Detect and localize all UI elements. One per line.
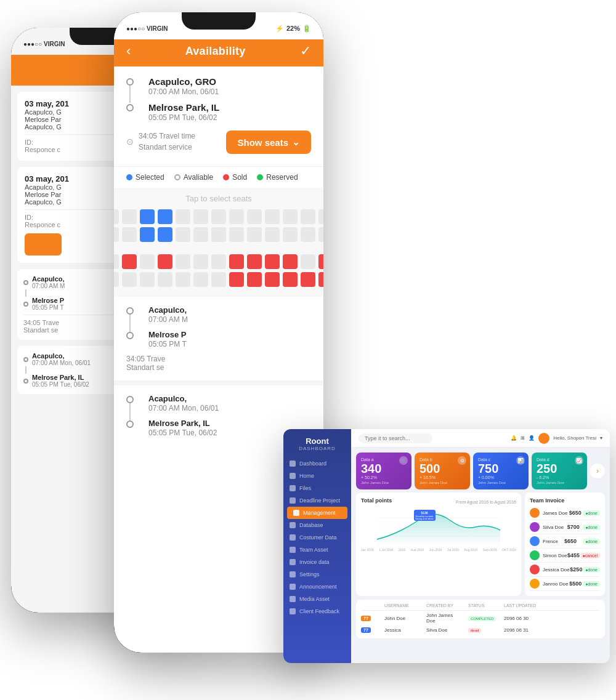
row1-status: dead — [468, 627, 499, 633]
customer-icon — [290, 534, 296, 541]
seat[interactable] — [176, 209, 190, 224]
seat[interactable] — [318, 209, 323, 224]
nav-files[interactable]: Files — [283, 482, 351, 494]
seat[interactable] — [114, 209, 119, 224]
seat[interactable] — [265, 227, 280, 242]
seat[interactable] — [283, 227, 298, 242]
seat[interactable] — [122, 227, 137, 242]
seat[interactable] — [283, 209, 298, 224]
nav-label-10: Announcement — [299, 584, 337, 590]
seat[interactable] — [140, 254, 155, 269]
nav-label-7: Team Asset — [299, 547, 328, 553]
seat[interactable] — [193, 254, 208, 269]
seat[interactable] — [176, 254, 190, 269]
seat[interactable] — [211, 272, 226, 287]
deadline-icon — [290, 497, 296, 504]
inv-amount-1: $700 — [567, 524, 580, 530]
nav-announcement[interactable]: Announcement — [283, 581, 351, 593]
row1-badge: 77 — [361, 627, 379, 633]
stat-change-1: + 16.5% — [419, 475, 465, 480]
seat[interactable] — [283, 254, 298, 269]
check-button[interactable]: ✓ — [300, 44, 311, 58]
seat[interactable] — [122, 209, 137, 224]
seat[interactable] — [158, 254, 172, 269]
back-from-dot-2 — [23, 357, 28, 362]
nav-label-1: Home — [299, 473, 314, 479]
seat[interactable] — [247, 209, 262, 224]
seat[interactable] — [158, 209, 172, 224]
search-input[interactable] — [359, 433, 432, 443]
seat[interactable] — [176, 272, 190, 287]
seat[interactable] — [114, 227, 119, 242]
seat[interactable] — [247, 254, 262, 269]
seat[interactable] — [211, 254, 226, 269]
seat[interactable] — [114, 254, 119, 269]
seat[interactable] — [247, 227, 262, 242]
chevron-down-icon[interactable]: ▾ — [600, 435, 602, 441]
seat[interactable] — [229, 254, 244, 269]
seat[interactable] — [211, 227, 226, 242]
seat[interactable] — [318, 227, 323, 242]
bottom-from-time: 07:00 AM M — [148, 315, 188, 324]
next-stats-button[interactable]: › — [590, 464, 605, 478]
seat[interactable] — [247, 272, 262, 287]
nav-dashboard[interactable]: Dashboard — [283, 457, 351, 470]
grid-icon[interactable]: ⊞ — [521, 435, 525, 441]
seat[interactable] — [301, 254, 315, 269]
legend-sold: Sold — [223, 173, 247, 182]
seat[interactable] — [122, 272, 137, 287]
seat[interactable] — [193, 272, 208, 287]
seat[interactable] — [318, 254, 323, 269]
seat[interactable] — [283, 272, 298, 287]
seat[interactable] — [265, 209, 280, 224]
seat[interactable] — [211, 209, 226, 224]
back-button[interactable]: ‹ — [126, 44, 131, 58]
seat[interactable] — [229, 272, 244, 287]
stats-row: Data a 340 + 50.2% John James Doe 🛒 Data… — [351, 448, 610, 493]
legend-reserved-label: Reserved — [266, 173, 298, 182]
seat[interactable] — [140, 209, 155, 224]
files-icon — [290, 485, 296, 491]
seat[interactable] — [301, 209, 315, 224]
back-connector-2 — [25, 366, 26, 374]
nav-client[interactable]: Client Feedback — [283, 605, 351, 618]
inv-name-5: Janroo Doe — [543, 581, 568, 587]
bottom-connector — [129, 315, 131, 332]
back-to-time-2: 05:05 PM Tue, 06/02 — [32, 381, 89, 388]
final-connector — [129, 403, 131, 420]
seat[interactable] — [301, 272, 315, 287]
inv-amount-3: $455 — [567, 552, 580, 558]
seat[interactable] — [193, 227, 208, 242]
seat[interactable] — [229, 227, 244, 242]
seat[interactable] — [265, 272, 280, 287]
seat[interactable] — [229, 209, 244, 224]
nav-management[interactable]: Management — [287, 507, 347, 519]
nav-media[interactable]: Media Asset — [283, 593, 351, 605]
seat[interactable] — [114, 272, 119, 287]
seat[interactable] — [140, 272, 155, 287]
seat[interactable] — [122, 254, 137, 269]
show-seats-button[interactable]: Show seats ⌄ — [226, 131, 311, 154]
seat[interactable] — [193, 209, 208, 224]
seat[interactable] — [301, 227, 315, 242]
nav-team[interactable]: Team Asset — [283, 544, 351, 556]
nav-database[interactable]: Database — [283, 519, 351, 531]
seat[interactable] — [158, 227, 172, 242]
bell-icon[interactable]: 🔔 — [511, 435, 517, 441]
seat-grid[interactable] — [124, 209, 314, 287]
user-icon[interactable]: 👤 — [529, 435, 535, 441]
seat[interactable] — [158, 272, 172, 287]
legend-sold-label: Sold — [232, 173, 247, 182]
back-orange-btn[interactable] — [25, 233, 62, 255]
seat[interactable] — [176, 227, 190, 242]
seat[interactable] — [318, 272, 323, 287]
nav-home[interactable]: Home — [283, 470, 351, 482]
nav-customer[interactable]: Costumer Data — [283, 531, 351, 544]
nav-settings[interactable]: Settings — [283, 568, 351, 581]
seat[interactable] — [140, 227, 155, 242]
seat[interactable] — [265, 254, 280, 269]
chart-title: Total points — [361, 497, 392, 504]
nav-invoice[interactable]: Invoice data — [283, 556, 351, 568]
nav-deadline[interactable]: Deadline Project — [283, 494, 351, 507]
bottom-to-time: 05:05 PM T — [148, 340, 187, 348]
